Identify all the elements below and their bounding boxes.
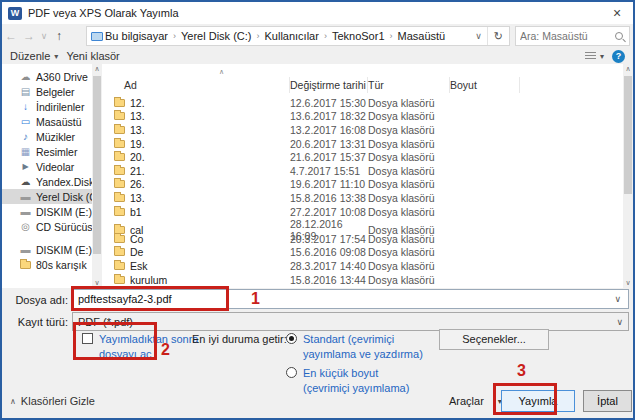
sidebar-item-label: A360 Drive bbox=[36, 71, 88, 83]
sidebar-item-label: Yerel Disk (C:) bbox=[36, 191, 92, 203]
file-row[interactable]: 20. 21.6.2017 15:37 Dosya klasörü bbox=[102, 150, 623, 164]
sidebar-item[interactable]: DISKIM (E:) bbox=[2, 204, 92, 219]
sidebar-item-icon bbox=[18, 244, 33, 255]
help-icon[interactable]: ? bbox=[612, 50, 625, 63]
cancel-button[interactable]: İptal bbox=[583, 390, 632, 412]
tools-dropdown[interactable]: Araçlar ▾ bbox=[449, 395, 502, 407]
search-input[interactable] bbox=[520, 30, 615, 42]
publish-pdf-dialog: W PDF veya XPS Olarak Yayımla × ← → ∨ ↑ … bbox=[0, 0, 635, 420]
file-list-header: Ad ∧ Değiştirme tarihi Tür Boyut bbox=[102, 76, 623, 94]
breadcrumb-item[interactable]: › Masaüstü bbox=[385, 30, 446, 42]
file-name-input[interactable] bbox=[72, 289, 629, 309]
search-icon[interactable] bbox=[615, 32, 623, 40]
sidebar-scrollbar[interactable]: ∧ ∨ bbox=[92, 64, 102, 288]
hide-folders-button[interactable]: ∧ Klasörleri Gizle bbox=[10, 395, 95, 407]
standard-radio[interactable] bbox=[286, 333, 297, 344]
address-bar[interactable]: › Bu bilgisayar › Yerel Disk (C:) › Kull… bbox=[86, 26, 510, 46]
view-mode-button[interactable]: ▾ bbox=[585, 52, 604, 61]
file-row[interactable]: 13. 13.2.2017 16:08 Dosya klasörü bbox=[102, 123, 623, 137]
recent-locations-icon[interactable]: ∨ bbox=[38, 31, 50, 41]
column-header-type[interactable]: Tür bbox=[368, 77, 450, 93]
file-name: 19. bbox=[130, 138, 290, 150]
breadcrumb-item[interactable]: › Kullanıcılar bbox=[251, 30, 318, 42]
file-row[interactable]: 21. 4.7.2017 15:51 Dosya klasörü bbox=[102, 164, 623, 178]
sidebar-item[interactable]: İndirilenler bbox=[2, 99, 92, 114]
breadcrumb-item[interactable]: › TeknoSor1 bbox=[319, 30, 385, 42]
scroll-down-icon[interactable]: ∨ bbox=[623, 278, 633, 288]
breadcrumb: › Bu bilgisayar › Yerel Disk (C:) › Kull… bbox=[105, 30, 470, 42]
optimize-standard-option[interactable]: Standart (çevrimiçi yayımlama ve yazdırm… bbox=[286, 332, 431, 362]
forward-icon[interactable]: → bbox=[20, 29, 38, 43]
organize-button[interactable]: Düzenle ▾ bbox=[10, 50, 58, 62]
breadcrumb-item[interactable]: › Bu bilgisayar bbox=[105, 30, 168, 42]
scrollbar-thumb[interactable] bbox=[93, 76, 101, 254]
scrollbar-thumb[interactable] bbox=[624, 76, 632, 194]
up-icon[interactable]: ↑ bbox=[50, 29, 68, 43]
file-row[interactable]: 19. 20.6.2017 13:31 Dosya klasörü bbox=[102, 137, 623, 151]
sidebar-item[interactable]: DISKIM (E:) bbox=[2, 242, 92, 257]
file-type: Dosya klasörü bbox=[368, 97, 450, 109]
publish-button[interactable]: Yayımla bbox=[501, 390, 575, 412]
sidebar-item[interactable]: Videolar bbox=[2, 159, 92, 174]
optimize-radio-group: Standart (çevrimiçi yayımlama ve yazdırm… bbox=[286, 332, 431, 399]
optimize-label: En iyi duruma getir: bbox=[192, 333, 287, 345]
open-after-publish-option[interactable]: Yayımladıktan sonra dosyayı aç bbox=[82, 332, 207, 362]
refresh-icon[interactable]: ↻ bbox=[487, 27, 509, 45]
sidebar-item[interactable]: Masaüstü bbox=[2, 114, 92, 129]
options-button[interactable]: Seçenekler... bbox=[439, 329, 549, 350]
navigation-sidebar: A360 Drive Belgeler İndirilenler Masaüst… bbox=[2, 64, 92, 288]
minimum-size-radio[interactable] bbox=[286, 367, 297, 378]
sidebar-item[interactable]: Yandex.Disk bbox=[2, 174, 92, 189]
file-row[interactable]: b1 27.2.2017 10:08 Dosya klasörü bbox=[102, 205, 623, 219]
sidebar-item-icon bbox=[18, 116, 33, 127]
file-list-scrollbar[interactable]: ∧ ∨ bbox=[623, 64, 633, 288]
file-type: Dosya klasörü bbox=[368, 192, 450, 204]
sidebar-item[interactable]: Belgeler bbox=[2, 84, 92, 99]
breadcrumb-separator-icon: › bbox=[385, 31, 398, 41]
scroll-down-icon[interactable]: ∨ bbox=[92, 278, 102, 288]
sidebar-item-label: DISKIM (E:) bbox=[36, 244, 92, 256]
chevron-down-icon[interactable]: ∨ bbox=[614, 294, 621, 304]
file-row[interactable]: 13. 13.6.2017 18:32 Dosya klasörü bbox=[102, 110, 623, 124]
scroll-up-icon[interactable]: ∧ bbox=[623, 64, 633, 74]
file-row[interactable]: Co 20.3.2017 17:54 Dosya klasörü bbox=[102, 232, 623, 246]
search-box[interactable] bbox=[515, 26, 630, 46]
optimize-minimum-option[interactable]: En küçük boyut (çevrimiçi yayımlama) bbox=[286, 366, 431, 396]
file-row[interactable]: De 15.6.2016 09:08 Dosya klasörü bbox=[102, 246, 623, 260]
sidebar-item-label: DISKIM (E:) bbox=[36, 206, 92, 218]
column-header-date[interactable]: Değiştirme tarihi bbox=[290, 77, 368, 93]
file-row[interactable]: Esk 28.3.2017 14:40 Dosya klasörü bbox=[102, 259, 623, 273]
sidebar-item[interactable]: Müzikler bbox=[2, 129, 92, 144]
file-date: 28.3.2017 14:40 bbox=[290, 260, 368, 272]
breadcrumb-item[interactable]: › Yerel Disk (C:) bbox=[168, 30, 252, 42]
list-view-icon bbox=[585, 52, 596, 61]
open-after-publish-checkbox[interactable] bbox=[82, 333, 93, 344]
navigation-bar: ← → ∨ ↑ › Bu bilgisayar › Yerel Disk (C:… bbox=[2, 24, 633, 48]
file-row[interactable]: cal 28.12.2016 16:09 Dosya klasörü bbox=[102, 218, 623, 232]
sidebar-item-icon bbox=[18, 191, 33, 202]
file-row[interactable]: kurulum 15.8.2016 13:44 Dosya klasörü bbox=[102, 273, 623, 287]
sidebar-item[interactable]: CD Sürücüsü (F:) bbox=[2, 219, 92, 234]
sidebar-item[interactable]: A360 Drive bbox=[2, 69, 92, 84]
sidebar-item-icon bbox=[18, 162, 33, 171]
column-header-size[interactable]: Boyut bbox=[450, 77, 520, 93]
minimum-size-radio-label: En küçük boyut (çevrimiçi yayımlama) bbox=[303, 366, 423, 396]
scroll-up-icon[interactable]: ∧ bbox=[92, 64, 102, 74]
file-rows: 12. 12.6.2017 15:30 Dosya klasörü 13. 13… bbox=[102, 96, 623, 286]
sidebar-item[interactable]: 80s karışık bbox=[2, 257, 92, 272]
file-type: Dosya klasörü bbox=[368, 206, 450, 218]
column-header-name[interactable]: Ad ∧ bbox=[124, 77, 290, 93]
sort-ascending-icon: ∧ bbox=[219, 68, 224, 76]
sidebar-item[interactable]: Resimler bbox=[2, 144, 92, 159]
file-row[interactable]: 13. 15.8.2016 13:38 Dosya klasörü bbox=[102, 191, 623, 205]
file-row[interactable]: 26. 19.6.2017 11:10 Dosya klasörü bbox=[102, 178, 623, 192]
sidebar-item[interactable]: Yerel Disk (C:) bbox=[2, 189, 92, 204]
file-date: 13.6.2017 18:32 bbox=[290, 110, 368, 122]
file-row[interactable]: 12. 12.6.2017 15:30 Dosya klasörü bbox=[102, 96, 623, 110]
new-folder-button[interactable]: Yeni klasör bbox=[66, 50, 119, 62]
file-type: Dosya klasörü bbox=[368, 124, 450, 136]
close-icon[interactable]: × bbox=[607, 5, 627, 21]
back-icon[interactable]: ← bbox=[2, 29, 20, 43]
address-dropdown-icon[interactable]: ∨ bbox=[470, 31, 487, 41]
title-bar: W PDF veya XPS Olarak Yayımla × bbox=[2, 2, 633, 24]
